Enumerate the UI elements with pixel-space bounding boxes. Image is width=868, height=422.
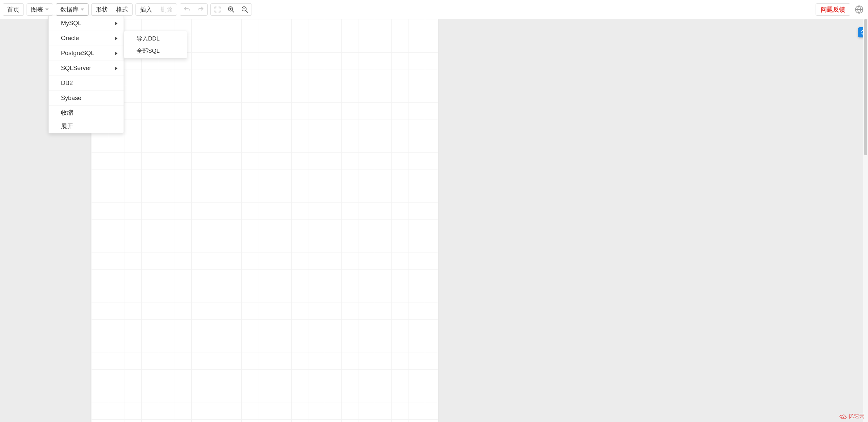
svg-point-9: [841, 417, 842, 418]
brand-text: 亿速云: [848, 413, 865, 420]
language-button[interactable]: [853, 3, 865, 16]
arrow-right-icon: [115, 37, 117, 40]
delete-button: 删除: [156, 4, 177, 15]
feedback-button[interactable]: 问题反馈: [816, 3, 850, 16]
svg-line-1: [232, 10, 234, 12]
menu-oracle[interactable]: Oracle: [49, 31, 124, 46]
undo-redo-group: [180, 3, 208, 16]
oracle-submenu: 导入DDL 全部SQL: [124, 31, 187, 59]
vertical-scrollbar[interactable]: [863, 19, 868, 422]
menu-postgresql[interactable]: PostgreSQL: [49, 46, 124, 61]
brand-icon: [839, 414, 847, 419]
menu-mysql[interactable]: MySQL: [49, 16, 124, 31]
insert-button[interactable]: 插入: [136, 4, 156, 15]
format-label: 格式: [116, 5, 128, 14]
home-label: 首页: [7, 5, 19, 14]
menu-collapse-label: 收缩: [61, 109, 73, 117]
toolbar: 首页 图表 数据库 形状 格式 插入 删除: [0, 0, 868, 19]
menu-oracle-label: Oracle: [61, 35, 79, 42]
menu-expand-label: 展开: [61, 122, 73, 130]
arrow-right-icon: [115, 67, 117, 70]
delete-label: 删除: [160, 5, 173, 14]
zoom-in-icon: [227, 6, 235, 13]
format-button[interactable]: 格式: [112, 4, 132, 15]
insert-delete-group: 插入 删除: [135, 3, 177, 16]
arrow-right-icon: [115, 22, 117, 25]
zoom-in-button[interactable]: [224, 4, 238, 15]
zoom-out-button[interactable]: [238, 4, 252, 15]
menu-expand[interactable]: 展开: [49, 119, 124, 133]
shape-format-group: 形状 格式: [91, 3, 133, 16]
svg-line-5: [246, 10, 248, 12]
chart-button[interactable]: 图表: [27, 3, 53, 16]
home-button[interactable]: 首页: [3, 3, 24, 16]
submenu-all-sql[interactable]: 全部SQL: [124, 45, 187, 57]
submenu-import-ddl[interactable]: 导入DDL: [124, 32, 187, 45]
submenu-import-ddl-label: 导入DDL: [136, 35, 160, 43]
undo-icon: [183, 6, 191, 13]
redo-icon: [197, 6, 204, 13]
redo-button: [194, 4, 207, 15]
globe-icon: [855, 5, 864, 14]
arrow-right-icon: [115, 52, 117, 55]
footer-brand[interactable]: 亿速云: [839, 413, 865, 420]
submenu-all-sql-label: 全部SQL: [136, 47, 160, 55]
feedback-label: 问题反馈: [821, 5, 845, 14]
menu-sybase[interactable]: Sybase: [49, 91, 124, 106]
database-dropdown: MySQL Oracle PostgreSQL SQLServer DB2 Sy…: [48, 16, 124, 133]
menu-sybase-label: Sybase: [61, 95, 81, 102]
menu-mysql-label: MySQL: [61, 20, 81, 27]
menu-db2[interactable]: DB2: [49, 76, 124, 91]
chevron-down-icon: [45, 9, 49, 11]
menu-postgresql-label: PostgreSQL: [61, 50, 94, 57]
view-group: [210, 3, 252, 16]
database-button[interactable]: 数据库: [56, 3, 89, 16]
menu-db2-label: DB2: [61, 80, 73, 87]
shape-button[interactable]: 形状: [92, 4, 112, 15]
page-canvas[interactable]: [91, 19, 438, 422]
menu-collapse[interactable]: 收缩: [49, 106, 124, 119]
svg-point-10: [843, 417, 844, 418]
menu-sqlserver-label: SQLServer: [61, 65, 91, 72]
insert-label: 插入: [140, 5, 152, 14]
zoom-out-icon: [241, 6, 248, 13]
canvas-area[interactable]: [0, 19, 868, 422]
fullscreen-icon: [214, 6, 221, 13]
chevron-down-icon: [81, 9, 84, 11]
fullscreen-button[interactable]: [211, 4, 224, 15]
shape-label: 形状: [96, 5, 108, 14]
menu-sqlserver[interactable]: SQLServer: [49, 61, 124, 76]
database-label: 数据库: [60, 5, 79, 14]
undo-button: [180, 4, 194, 15]
scrollbar-thumb[interactable]: [864, 19, 867, 155]
chart-label: 图表: [31, 5, 43, 14]
